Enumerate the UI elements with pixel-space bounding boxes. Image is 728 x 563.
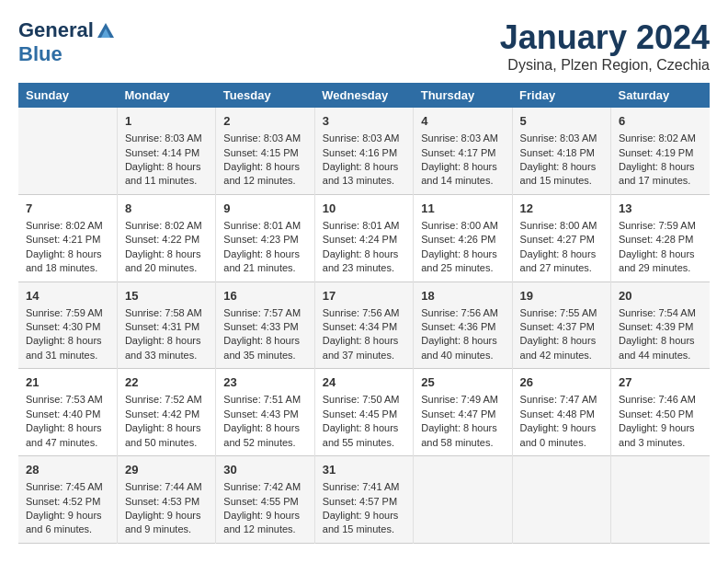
day-number: 27 bbox=[619, 374, 702, 391]
sunset-text: Sunset: 4:16 PM bbox=[323, 146, 405, 160]
calendar-cell-w4-d5 bbox=[512, 456, 610, 544]
sunrise-text: Sunrise: 7:59 AM bbox=[26, 306, 109, 320]
sunset-text: Sunset: 4:17 PM bbox=[421, 146, 504, 160]
daylight-text: Daylight: 8 hours and 55 minutes. bbox=[323, 421, 405, 450]
calendar-cell-w0-d0 bbox=[18, 108, 117, 194]
sunrise-text: Sunrise: 8:03 AM bbox=[520, 132, 603, 145]
calendar-header-row: Sunday Monday Tuesday Wednesday Thursday… bbox=[18, 83, 710, 108]
sunset-text: Sunset: 4:36 PM bbox=[421, 320, 504, 334]
sunset-text: Sunset: 4:52 PM bbox=[26, 495, 109, 509]
logo: General Blue bbox=[18, 18, 116, 67]
day-number: 2 bbox=[223, 113, 306, 130]
calendar-cell-w1-d0: 7Sunrise: 8:02 AMSunset: 4:21 PMDaylight… bbox=[18, 194, 117, 282]
day-number: 3 bbox=[323, 113, 405, 130]
sunrise-text: Sunrise: 7:55 AM bbox=[520, 306, 603, 320]
calendar-cell-w0-d6: 6Sunrise: 8:02 AMSunset: 4:19 PMDaylight… bbox=[611, 108, 710, 194]
sunrise-text: Sunrise: 7:50 AM bbox=[323, 393, 405, 407]
calendar-cell-w2-d5: 19Sunrise: 7:55 AMSunset: 4:37 PMDayligh… bbox=[512, 282, 610, 369]
day-number: 8 bbox=[125, 201, 208, 217]
sunrise-text: Sunrise: 7:51 AM bbox=[223, 393, 306, 407]
daylight-text: Daylight: 8 hours and 37 minutes. bbox=[323, 334, 405, 362]
day-number: 20 bbox=[619, 288, 702, 304]
calendar-cell-w1-d6: 13Sunrise: 7:59 AMSunset: 4:28 PMDayligh… bbox=[611, 194, 710, 282]
daylight-text: Daylight: 9 hours and 12 minutes. bbox=[223, 509, 306, 537]
day-number: 22 bbox=[125, 374, 208, 391]
sunset-text: Sunset: 4:15 PM bbox=[223, 146, 306, 160]
sunset-text: Sunset: 4:40 PM bbox=[26, 408, 109, 421]
sunrise-text: Sunrise: 8:01 AM bbox=[323, 219, 405, 233]
sunrise-text: Sunrise: 8:01 AM bbox=[223, 219, 306, 233]
daylight-text: Daylight: 8 hours and 12 minutes. bbox=[223, 160, 306, 189]
calendar-cell-w4-d0: 28Sunrise: 7:45 AMSunset: 4:52 PMDayligh… bbox=[18, 456, 117, 544]
day-number: 24 bbox=[323, 374, 405, 391]
sunset-text: Sunset: 4:42 PM bbox=[125, 408, 208, 421]
day-number: 28 bbox=[26, 462, 109, 478]
daylight-text: Daylight: 8 hours and 21 minutes. bbox=[223, 247, 306, 276]
sunrise-text: Sunrise: 8:02 AM bbox=[619, 132, 702, 145]
daylight-text: Daylight: 8 hours and 25 minutes. bbox=[421, 247, 504, 276]
calendar-week-row-2: 14Sunrise: 7:59 AMSunset: 4:30 PMDayligh… bbox=[18, 282, 710, 369]
sunrise-text: Sunrise: 8:00 AM bbox=[421, 219, 504, 233]
calendar-cell-w1-d5: 12Sunrise: 8:00 AMSunset: 4:27 PMDayligh… bbox=[512, 194, 610, 282]
day-number: 1 bbox=[125, 113, 208, 130]
daylight-text: Daylight: 8 hours and 13 minutes. bbox=[323, 160, 405, 189]
calendar-cell-w0-d1: 1Sunrise: 8:03 AMSunset: 4:14 PMDaylight… bbox=[117, 108, 215, 194]
day-number: 23 bbox=[223, 374, 306, 391]
calendar-cell-w4-d6 bbox=[611, 456, 710, 544]
sunrise-text: Sunrise: 7:56 AM bbox=[323, 306, 405, 320]
sunset-text: Sunset: 4:47 PM bbox=[421, 408, 504, 421]
calendar-cell-w1-d4: 11Sunrise: 8:00 AMSunset: 4:26 PMDayligh… bbox=[414, 194, 512, 282]
daylight-text: Daylight: 8 hours and 14 minutes. bbox=[421, 160, 504, 189]
logo-text: General bbox=[18, 18, 116, 42]
day-number: 19 bbox=[520, 288, 603, 304]
sunrise-text: Sunrise: 8:03 AM bbox=[421, 132, 504, 145]
calendar-cell-w0-d3: 3Sunrise: 8:03 AMSunset: 4:16 PMDaylight… bbox=[314, 108, 413, 194]
sunset-text: Sunset: 4:55 PM bbox=[223, 495, 306, 509]
calendar-cell-w2-d1: 15Sunrise: 7:58 AMSunset: 4:31 PMDayligh… bbox=[117, 282, 215, 369]
day-number: 10 bbox=[323, 201, 405, 217]
daylight-text: Daylight: 9 hours and 0 minutes. bbox=[520, 421, 603, 450]
day-number: 12 bbox=[520, 201, 603, 217]
sunrise-text: Sunrise: 7:41 AM bbox=[323, 480, 405, 494]
calendar-cell-w0-d5: 5Sunrise: 8:03 AMSunset: 4:18 PMDaylight… bbox=[512, 108, 610, 194]
sunrise-text: Sunrise: 7:49 AM bbox=[421, 393, 504, 407]
sunrise-text: Sunrise: 7:56 AM bbox=[421, 306, 504, 320]
sunset-text: Sunset: 4:23 PM bbox=[223, 233, 306, 247]
sunset-text: Sunset: 4:33 PM bbox=[223, 320, 306, 334]
calendar-cell-w1-d1: 8Sunrise: 8:02 AMSunset: 4:22 PMDaylight… bbox=[117, 194, 215, 282]
header-sunday: Sunday bbox=[18, 83, 117, 108]
calendar-cell-w2-d6: 20Sunrise: 7:54 AMSunset: 4:39 PMDayligh… bbox=[611, 282, 710, 369]
day-number: 18 bbox=[421, 288, 504, 304]
daylight-text: Daylight: 8 hours and 18 minutes. bbox=[26, 247, 109, 276]
sunrise-text: Sunrise: 8:02 AM bbox=[26, 219, 109, 233]
day-number: 5 bbox=[520, 113, 603, 130]
day-number: 13 bbox=[619, 201, 702, 217]
calendar-week-row-0: 1Sunrise: 8:03 AMSunset: 4:14 PMDaylight… bbox=[18, 108, 710, 194]
daylight-text: Daylight: 8 hours and 44 minutes. bbox=[619, 334, 702, 362]
calendar-cell-w0-d4: 4Sunrise: 8:03 AMSunset: 4:17 PMDaylight… bbox=[414, 108, 512, 194]
calendar-cell-w4-d1: 29Sunrise: 7:44 AMSunset: 4:53 PMDayligh… bbox=[117, 456, 215, 544]
calendar-week-row-1: 7Sunrise: 8:02 AMSunset: 4:21 PMDaylight… bbox=[18, 194, 710, 282]
sunset-text: Sunset: 4:45 PM bbox=[323, 408, 405, 421]
calendar-cell-w3-d6: 27Sunrise: 7:46 AMSunset: 4:50 PMDayligh… bbox=[611, 369, 710, 456]
header-wednesday: Wednesday bbox=[314, 83, 413, 108]
header-thursday: Thursday bbox=[414, 83, 512, 108]
calendar-week-row-4: 28Sunrise: 7:45 AMSunset: 4:52 PMDayligh… bbox=[18, 456, 710, 544]
daylight-text: Daylight: 8 hours and 20 minutes. bbox=[125, 247, 208, 276]
location-subtitle: Dysina, Plzen Region, Czechia bbox=[500, 57, 710, 74]
day-number: 31 bbox=[323, 462, 405, 478]
sunrise-text: Sunrise: 7:53 AM bbox=[26, 393, 109, 407]
calendar-cell-w1-d3: 10Sunrise: 8:01 AMSunset: 4:24 PMDayligh… bbox=[314, 194, 413, 282]
sunset-text: Sunset: 4:27 PM bbox=[520, 233, 603, 247]
daylight-text: Daylight: 8 hours and 11 minutes. bbox=[125, 160, 208, 189]
sunrise-text: Sunrise: 7:47 AM bbox=[520, 393, 603, 407]
daylight-text: Daylight: 8 hours and 47 minutes. bbox=[26, 421, 109, 450]
sunrise-text: Sunrise: 7:42 AM bbox=[223, 480, 306, 494]
daylight-text: Daylight: 8 hours and 31 minutes. bbox=[26, 334, 109, 362]
day-number: 14 bbox=[26, 288, 109, 304]
calendar-cell-w2-d2: 16Sunrise: 7:57 AMSunset: 4:33 PMDayligh… bbox=[216, 282, 314, 369]
calendar-cell-w3-d4: 25Sunrise: 7:49 AMSunset: 4:47 PMDayligh… bbox=[414, 369, 512, 456]
day-number: 6 bbox=[619, 113, 702, 130]
daylight-text: Daylight: 8 hours and 58 minutes. bbox=[421, 421, 504, 450]
day-number: 17 bbox=[323, 288, 405, 304]
